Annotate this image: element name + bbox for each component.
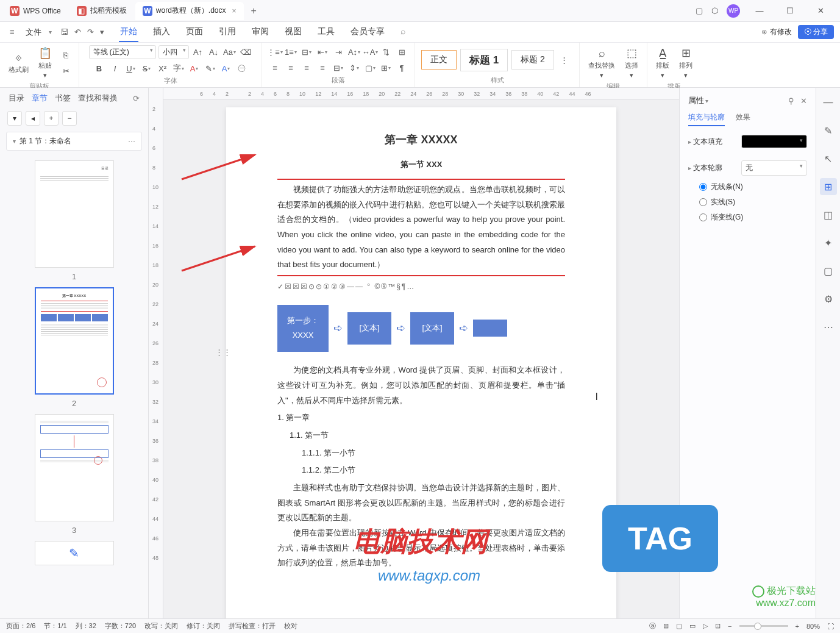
status-page[interactable]: 页面：2/6: [6, 621, 35, 631]
chevron-down-icon[interactable]: ▾: [49, 29, 52, 35]
tab-member[interactable]: 会员专享: [349, 23, 386, 42]
status-spell[interactable]: 拼写检查：打开: [229, 621, 276, 631]
status-column[interactable]: 列：32: [76, 621, 96, 631]
collapse-icon[interactable]: —: [820, 94, 837, 111]
cube-icon[interactable]: ⬡: [711, 6, 718, 15]
tab-home[interactable]: 开始: [119, 23, 138, 42]
undo-icon[interactable]: ↶: [74, 27, 81, 37]
bullets-icon[interactable]: ⋮≡: [268, 45, 282, 59]
app-tab-document[interactable]: W word教程（新）.docx ×: [135, 2, 244, 20]
radio-solid-line[interactable]: 实线(S): [699, 197, 807, 207]
share-button[interactable]: 🖸 分享: [798, 25, 834, 39]
tab-page[interactable]: 页面: [185, 23, 204, 42]
drag-handle-icon[interactable]: ⋮⋮: [215, 345, 231, 360]
nav-tab-find[interactable]: 查找和替换: [78, 93, 118, 104]
text-direction-icon[interactable]: A↕: [347, 45, 361, 59]
section-item[interactable]: 第 1 节：未命名: [6, 132, 142, 151]
tab-tools[interactable]: 工具: [316, 23, 336, 42]
select-button[interactable]: ⬚选择▾: [622, 45, 641, 80]
find-replace-button[interactable]: ⌕查找替换▾: [586, 46, 618, 80]
clear-format-icon[interactable]: ⌫: [239, 46, 252, 59]
layers-icon[interactable]: ◫: [820, 206, 837, 223]
tab-review[interactable]: 审阅: [251, 23, 270, 42]
nav-tab-bookmark[interactable]: 书签: [55, 93, 71, 104]
page-thumb-1[interactable]: 目录: [35, 160, 114, 268]
cut-icon[interactable]: ✂: [59, 64, 73, 77]
align-justify-icon[interactable]: ≡: [316, 61, 329, 74]
paste-button[interactable]: 📋粘贴▾: [36, 45, 54, 80]
redo-icon[interactable]: ↷: [87, 27, 94, 37]
borders-icon[interactable]: ⊞: [379, 61, 393, 74]
pencil-icon[interactable]: ✎: [820, 122, 837, 139]
save-icon[interactable]: 🖫: [60, 27, 68, 37]
panel-icon[interactable]: ▢: [696, 6, 703, 15]
style-normal[interactable]: 正文: [421, 50, 457, 70]
view-web-icon[interactable]: ⊡: [715, 622, 721, 630]
radio-no-line[interactable]: 无线条(N): [699, 182, 807, 192]
tab-view[interactable]: 视图: [283, 23, 303, 42]
nav-tab-toc[interactable]: 目录: [9, 93, 24, 104]
view-grid-icon[interactable]: ⊞: [663, 622, 669, 630]
hamburger-icon[interactable]: ≡: [6, 25, 18, 39]
app-tab-wps[interactable]: W WPS Office: [2, 2, 68, 20]
zoom-slider[interactable]: [739, 625, 788, 627]
zoom-in-button[interactable]: +: [796, 623, 799, 630]
nav-prev-button[interactable]: ◂: [26, 111, 40, 126]
grow-font-icon[interactable]: A↑: [191, 46, 205, 59]
rp-tab-effect[interactable]: 效果: [736, 112, 750, 126]
nav-add-button[interactable]: +: [44, 111, 59, 126]
close-button[interactable]: ✕: [810, 2, 831, 20]
fill-color-select[interactable]: [741, 135, 807, 148]
char-scale-icon[interactable]: ↔A: [363, 45, 377, 59]
page-thumb-3[interactable]: [35, 414, 114, 521]
status-revise[interactable]: 改写：关闭: [144, 621, 178, 631]
indent-left-icon[interactable]: ⇤: [316, 45, 329, 59]
properties-icon[interactable]: ⊞: [820, 178, 837, 195]
view-read-icon[interactable]: ▭: [689, 622, 696, 630]
fullscreen-icon[interactable]: ⛶: [827, 623, 834, 630]
phonetic-icon[interactable]: 字: [172, 62, 185, 75]
pin-icon[interactable]: ⚲: [788, 96, 794, 106]
rp-tab-fill[interactable]: 填充与轮廓: [688, 112, 725, 126]
zoom-out-button[interactable]: −: [728, 623, 731, 630]
distribute-icon[interactable]: ⊟: [332, 61, 345, 74]
minimize-button[interactable]: —: [749, 2, 771, 20]
zoom-value[interactable]: 80%: [806, 623, 820, 630]
view-page-icon[interactable]: ▢: [676, 622, 682, 630]
style-heading2[interactable]: 标题 2: [511, 50, 554, 70]
sort-icon[interactable]: ⇅: [379, 45, 393, 59]
collapse-button[interactable]: ▾: [7, 111, 22, 126]
radio-gradient-line[interactable]: 渐变线(G): [699, 212, 807, 223]
align-center-icon[interactable]: ≡: [284, 61, 297, 74]
shading-icon[interactable]: ▢: [363, 61, 377, 74]
vertical-ruler[interactable]: 2468101214161820222426283032343638404244…: [149, 88, 163, 618]
nav-remove-button[interactable]: −: [62, 111, 77, 126]
add-tab-button[interactable]: +: [245, 5, 263, 16]
style-heading1[interactable]: 标题 1: [460, 49, 508, 71]
file-menu[interactable]: 文件: [21, 24, 46, 40]
copy-icon[interactable]: ⎘: [59, 48, 73, 62]
arrange-button[interactable]: ⊞排列▾: [677, 45, 695, 80]
sparkle-icon[interactable]: ✦: [820, 234, 837, 251]
font-name-combo[interactable]: 等线 (正文): [89, 45, 156, 59]
line-spacing-icon[interactable]: ⇕: [347, 61, 361, 74]
outline-select[interactable]: 无: [741, 160, 807, 176]
modified-indicator[interactable]: ⊙ 有修改: [761, 27, 791, 37]
nav-tab-chapter[interactable]: 章节: [32, 93, 48, 104]
view-a-icon[interactable]: ⓐ: [649, 621, 656, 631]
close-icon[interactable]: ×: [232, 7, 237, 15]
numbering-icon[interactable]: 1≡: [284, 45, 297, 59]
more-icon[interactable]: ⋯: [820, 318, 837, 335]
thumbnail-strip[interactable]: 目录 1 第一章 XXXXX 2 3: [0, 154, 148, 618]
align-right-icon[interactable]: ≡: [300, 61, 313, 74]
multilevel-icon[interactable]: ⊟: [300, 45, 313, 59]
avatar[interactable]: WP: [727, 4, 740, 18]
tab-settings-icon[interactable]: ⊞: [395, 45, 408, 59]
page-thumb-2[interactable]: 第一章 XXXXX: [35, 287, 114, 395]
change-case-icon[interactable]: Aa: [223, 46, 237, 59]
font-size-combo[interactable]: 小四: [158, 45, 189, 59]
search-icon[interactable]: ⌕: [399, 23, 407, 42]
tools-icon[interactable]: ⚙: [820, 290, 837, 307]
app-tab-template[interactable]: ◧ 找稻壳模板: [69, 2, 134, 20]
cursor-icon[interactable]: ↖: [820, 150, 837, 167]
